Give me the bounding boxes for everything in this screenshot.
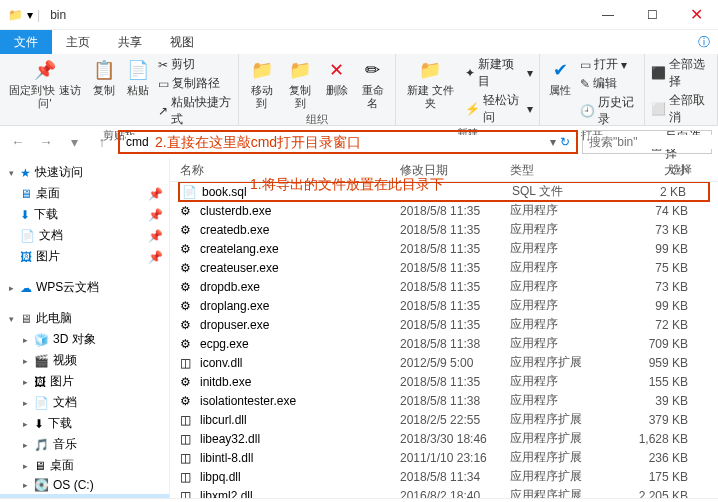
file-row[interactable]: ◫libintl-8.dll2011/1/10 23:16应用程序扩展236 K… [170, 448, 718, 467]
sidebar-documents[interactable]: 📄文档📌 [0, 225, 169, 246]
paste-button[interactable]: 📄粘贴 [124, 56, 152, 99]
sidebar-desktop2[interactable]: ▸🖥桌面 [0, 455, 169, 476]
edit-button[interactable]: ✎编辑 [580, 75, 638, 92]
file-row[interactable]: ⚙dropuser.exe2018/5/8 11:35应用程序72 KB [170, 315, 718, 334]
tab-view[interactable]: 视图 [156, 30, 208, 54]
file-size: 99 KB [610, 242, 708, 256]
file-row[interactable]: ⚙initdb.exe2018/5/8 11:35应用程序155 KB [170, 372, 718, 391]
dropdown-icon[interactable]: ▾ [550, 135, 556, 149]
minimize-button[interactable]: — [586, 0, 630, 30]
file-row[interactable]: ⚙ecpg.exe2018/5/8 11:38应用程序709 KB [170, 334, 718, 353]
dropdown-icon[interactable]: ▾ [27, 8, 33, 22]
file-row[interactable]: ◫libpq.dll2018/5/8 11:34应用程序扩展175 KB [170, 467, 718, 486]
col-size[interactable]: 大小 [610, 162, 708, 179]
doc-icon: 📄 [20, 229, 35, 243]
download-icon: ⬇ [34, 417, 44, 431]
copyto-button[interactable]: 📁复制到 [284, 56, 317, 112]
file-row[interactable]: ◫libeay32.dll2018/3/30 18:46应用程序扩展1,628 … [170, 429, 718, 448]
sidebar-downloads2[interactable]: ▸⬇下载 [0, 413, 169, 434]
newitem-icon: ✦ [465, 66, 475, 80]
music-icon: 🎵 [34, 438, 49, 452]
file-row[interactable]: ◫libxml2.dll2016/8/2 18:40应用程序扩展2,205 KB [170, 486, 718, 498]
tab-file[interactable]: 文件 [0, 30, 52, 54]
newfolder-button[interactable]: 📁新建 文件夹 [402, 56, 459, 112]
sidebar-quickaccess[interactable]: ▾★快速访问 [0, 162, 169, 183]
file-row[interactable]: ⚙createuser.exe2018/5/8 11:35应用程序75 KB [170, 258, 718, 277]
address-input[interactable] [126, 135, 550, 149]
sidebar-locald[interactable]: ▾💽本地磁盘 (D:) [0, 494, 169, 498]
file-row[interactable]: ⚙droplang.exe2018/5/8 11:35应用程序99 KB [170, 296, 718, 315]
shortcut-icon: ↗ [158, 104, 168, 118]
sidebar-osc[interactable]: ▸💽OS (C:) [0, 476, 169, 494]
sidebar-pictures[interactable]: 🖼图片📌 [0, 246, 169, 267]
file-row[interactable]: ⚙dropdb.exe2018/5/8 11:35应用程序73 KB [170, 277, 718, 296]
drive-icon: 💽 [34, 478, 49, 492]
copy-button[interactable]: 📋复制 [90, 56, 118, 99]
file-row[interactable]: ⚙createlang.exe2018/5/8 11:35应用程序99 KB [170, 239, 718, 258]
search-input[interactable] [589, 135, 718, 149]
col-name[interactable]: 名称 [180, 162, 400, 179]
file-row[interactable]: ◫libcurl.dll2018/2/5 22:55应用程序扩展379 KB [170, 410, 718, 429]
forward-button[interactable]: → [34, 130, 58, 154]
history-button[interactable]: 🕘历史记录 [580, 94, 638, 128]
cut-button[interactable]: ✂剪切 [158, 56, 233, 73]
col-type[interactable]: 类型 [510, 162, 610, 179]
properties-icon: ✔ [548, 58, 572, 82]
refresh-icon[interactable]: ↻ [560, 135, 570, 149]
maximize-button[interactable]: ☐ [630, 0, 674, 30]
file-name: iconv.dll [200, 356, 400, 370]
moveto-button[interactable]: 📁移动到 [245, 56, 278, 112]
column-headers[interactable]: 名称 修改日期 类型 大小 [170, 158, 718, 182]
properties-button[interactable]: ✔属性 [546, 56, 574, 99]
sidebar-videos[interactable]: ▸🎬视频 [0, 350, 169, 371]
tab-home[interactable]: 主页 [52, 30, 104, 54]
selectall-button[interactable]: ⬛全部选择 [651, 56, 711, 90]
file-row[interactable]: ◫iconv.dll2012/5/9 5:00应用程序扩展959 KB [170, 353, 718, 372]
pin-icon: 📌 [148, 187, 163, 201]
file-name: clusterdb.exe [200, 204, 400, 218]
selectnone-button[interactable]: ⬜全部取消 [651, 92, 711, 126]
col-date[interactable]: 修改日期 [400, 162, 510, 179]
file-name: createlang.exe [200, 242, 400, 256]
sidebar-wps[interactable]: ▸☁WPS云文档 [0, 277, 169, 298]
rename-button[interactable]: ✏重命名 [357, 56, 390, 112]
file-type: 应用程序 [510, 221, 610, 238]
file-pane: 名称 修改日期 类型 大小 📄book.sqlSQL 文件2 KB⚙cluste… [170, 158, 718, 498]
tab-share[interactable]: 共享 [104, 30, 156, 54]
sidebar-thispc[interactable]: ▾🖥此电脑 [0, 308, 169, 329]
back-button[interactable]: ← [6, 130, 30, 154]
sidebar-3d[interactable]: ▸🧊3D 对象 [0, 329, 169, 350]
up-button[interactable]: ↑ [90, 130, 114, 154]
file-name: ecpg.exe [200, 337, 400, 351]
copypath-button[interactable]: ▭复制路径 [158, 75, 233, 92]
open-button[interactable]: ▭打开▾ [580, 56, 638, 73]
file-row[interactable]: ⚙clusterdb.exe2018/5/8 11:35应用程序74 KB [170, 201, 718, 220]
title-bar: 📁 ▾ | bin — ☐ ✕ [0, 0, 718, 30]
sidebar-music[interactable]: ▸🎵音乐 [0, 434, 169, 455]
sidebar-pictures2[interactable]: ▸🖼图片 [0, 371, 169, 392]
edit-icon: ✎ [580, 77, 590, 91]
pin-icon: 📌 [148, 208, 163, 222]
file-icon: ◫ [180, 470, 196, 484]
pasteshortcut-button[interactable]: ↗粘贴快捷方式 [158, 94, 233, 128]
file-date: 2018/5/8 11:35 [400, 223, 510, 237]
paste-icon: 📄 [126, 58, 150, 82]
address-input-box[interactable]: ▾ ↻ [118, 130, 578, 154]
delete-button[interactable]: ✕删除 [323, 56, 351, 99]
pin-button[interactable]: 📌固定到'快 速访问' [6, 56, 84, 112]
sidebar-downloads[interactable]: ⬇下载📌 [0, 204, 169, 225]
sidebar-desktop[interactable]: 🖥桌面📌 [0, 183, 169, 204]
recent-button[interactable]: ▾ [62, 130, 86, 154]
easyaccess-button[interactable]: ⚡轻松访问▾ [465, 92, 533, 126]
close-button[interactable]: ✕ [674, 0, 718, 30]
file-row[interactable]: ⚙createdb.exe2018/5/8 11:35应用程序73 KB [170, 220, 718, 239]
file-row[interactable]: ⚙isolationtester.exe2018/5/8 11:38应用程序39… [170, 391, 718, 410]
search-box[interactable]: 🔍 [582, 130, 712, 154]
sidebar-documents2[interactable]: ▸📄文档 [0, 392, 169, 413]
newfolder-icon: 📁 [418, 58, 442, 82]
newitem-button[interactable]: ✦新建项目▾ [465, 56, 533, 90]
file-row[interactable]: 📄book.sqlSQL 文件2 KB [178, 182, 710, 202]
cube-icon: 🧊 [34, 333, 49, 347]
help-button[interactable]: ⓘ [690, 30, 718, 54]
file-type: 应用程序 [510, 335, 610, 352]
